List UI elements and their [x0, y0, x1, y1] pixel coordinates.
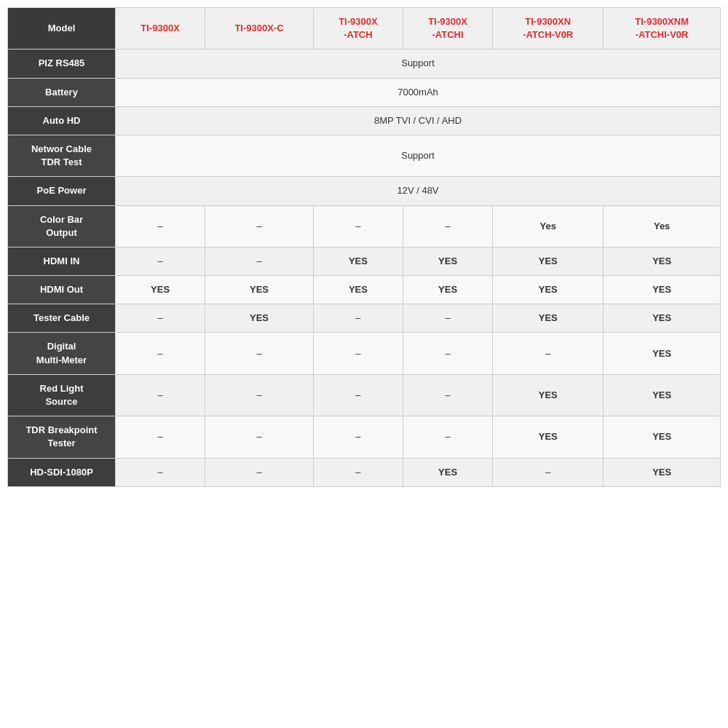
table-row: TDR BreakpointTester––––YESYES — [8, 416, 721, 458]
table-row: DigitalMulti-Meter–––––YES — [8, 333, 721, 374]
cell-row12-col0: – — [116, 458, 205, 486]
cell-row10-col0: – — [116, 374, 205, 416]
cell-row6-col3: YES — [403, 247, 492, 275]
cell-row9-col4: – — [493, 333, 604, 374]
table-row: HDMI IN––YESYESYESYES — [8, 247, 721, 275]
span-cell: Support — [116, 135, 721, 176]
feature-label: TDR BreakpointTester — [8, 416, 116, 458]
cell-row6-col4: YES — [493, 247, 604, 275]
feature-label: HD-SDI-1080P — [8, 458, 116, 486]
cell-row5-col2: – — [313, 205, 403, 247]
comparison-table: Model TI-9300X TI-9300X-C TI-9300X-ATCH … — [7, 7, 721, 487]
col2-header: TI-9300X-C — [205, 8, 314, 50]
cell-row11-col2: – — [313, 416, 403, 458]
cell-row10-col4: YES — [493, 374, 604, 416]
cell-row8-col0: – — [116, 304, 205, 333]
cell-row9-col1: – — [205, 333, 314, 374]
cell-row10-col1: – — [205, 374, 314, 416]
table-row: Tester Cable–YES––YESYES — [8, 304, 721, 333]
cell-row9-col0: – — [116, 333, 205, 374]
cell-row5-col5: Yes — [604, 205, 721, 247]
span-cell: Support — [116, 50, 721, 78]
cell-row7-col1: YES — [205, 276, 314, 304]
cell-row6-col0: – — [116, 247, 205, 275]
cell-row10-col5: YES — [604, 374, 721, 416]
cell-row5-col3: – — [403, 205, 492, 247]
cell-row6-col1: – — [205, 247, 314, 275]
cell-row10-col2: – — [313, 374, 403, 416]
feature-label: Red LightSource — [8, 374, 116, 416]
table-row: PIZ RS485Support — [8, 50, 721, 78]
cell-row11-col5: YES — [604, 416, 721, 458]
cell-row12-col3: YES — [403, 458, 492, 486]
cell-row6-col5: YES — [604, 247, 721, 275]
feature-label: DigitalMulti-Meter — [8, 333, 116, 374]
cell-row11-col4: YES — [493, 416, 604, 458]
feature-label: HDMI Out — [8, 276, 116, 304]
table-row: Networ CableTDR TestSupport — [8, 135, 721, 176]
col3-header: TI-9300X-ATCH — [313, 8, 403, 50]
cell-row11-col3: – — [403, 416, 492, 458]
cell-row5-col0: – — [116, 205, 205, 247]
cell-row12-col2: – — [313, 458, 403, 486]
cell-row7-col4: YES — [493, 276, 604, 304]
cell-row7-col3: YES — [403, 276, 492, 304]
cell-row11-col0: – — [116, 416, 205, 458]
feature-label: Color BarOutput — [8, 205, 116, 247]
feature-label: PIZ RS485 — [8, 50, 116, 78]
table-row: Color BarOutput––––YesYes — [8, 205, 721, 247]
cell-row8-col4: YES — [493, 304, 604, 333]
table-row: PoE Power12V / 48V — [8, 177, 721, 205]
feature-label: Auto HD — [8, 106, 116, 135]
cell-row10-col3: – — [403, 374, 492, 416]
cell-row9-col3: – — [403, 333, 492, 374]
table-row: HDMI OutYESYESYESYESYESYES — [8, 276, 721, 304]
feature-label: Networ CableTDR Test — [8, 135, 116, 176]
table-row: Battery7000mAh — [8, 78, 721, 106]
cell-row7-col2: YES — [313, 276, 403, 304]
cell-row8-col2: – — [313, 304, 403, 333]
cell-row9-col5: YES — [604, 333, 721, 374]
feature-label: HDMI IN — [8, 247, 116, 275]
col5-header: TI-9300XN-ATCH-V0R — [493, 8, 604, 50]
feature-label: PoE Power — [8, 177, 116, 205]
col6-header: TI-9300XNM-ATCHI-V0R — [604, 8, 721, 50]
table-row: Auto HD8MP TVI / CVI / AHD — [8, 106, 721, 135]
cell-row8-col5: YES — [604, 304, 721, 333]
cell-row12-col1: – — [205, 458, 314, 486]
table-row: Red LightSource––––YESYES — [8, 374, 721, 416]
feature-label: Tester Cable — [8, 304, 116, 333]
span-cell: 8MP TVI / CVI / AHD — [116, 106, 721, 135]
cell-row12-col5: YES — [604, 458, 721, 486]
cell-row7-col0: YES — [116, 276, 205, 304]
col1-header: TI-9300X — [116, 8, 205, 50]
model-header: Model — [8, 8, 116, 50]
cell-row12-col4: – — [493, 458, 604, 486]
feature-label: Battery — [8, 78, 116, 106]
cell-row8-col1: YES — [205, 304, 314, 333]
col4-header: TI-9300X-ATCHI — [403, 8, 492, 50]
span-cell: 7000mAh — [116, 78, 721, 106]
cell-row5-col1: – — [205, 205, 314, 247]
cell-row11-col1: – — [205, 416, 314, 458]
comparison-table-wrapper: Model TI-9300X TI-9300X-C TI-9300X-ATCH … — [7, 7, 721, 487]
cell-row9-col2: – — [313, 333, 403, 374]
cell-row8-col3: – — [403, 304, 492, 333]
span-cell: 12V / 48V — [116, 177, 721, 205]
table-row: HD-SDI-1080P–––YES–YES — [8, 458, 721, 486]
cell-row5-col4: Yes — [493, 205, 604, 247]
cell-row6-col2: YES — [313, 247, 403, 275]
cell-row7-col5: YES — [604, 276, 721, 304]
